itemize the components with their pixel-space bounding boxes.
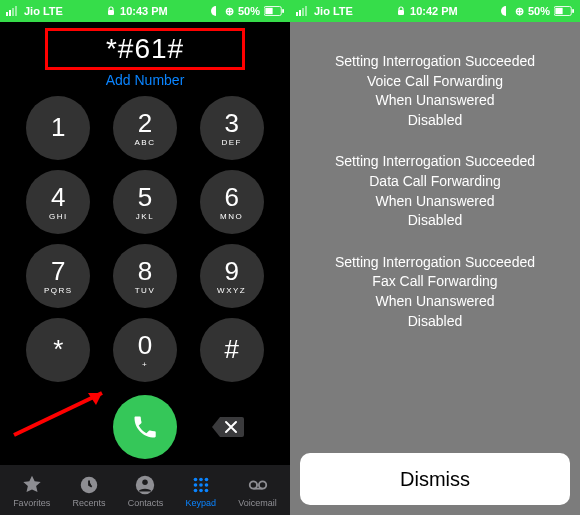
response-screen: Jio LTE 10:42 PM ⊕ 50% Setting Interroga… — [290, 0, 580, 515]
lock-icon — [106, 6, 116, 16]
battery-pct: 50% — [238, 5, 260, 17]
tab-voicemail[interactable]: Voicemail — [238, 474, 277, 508]
response-block: Setting Interrogation Succeeded Fax Call… — [304, 253, 566, 331]
svg-point-16 — [193, 483, 197, 487]
backspace-icon — [210, 415, 244, 439]
battery-icon — [554, 6, 574, 16]
clock-label: 10:42 PM — [410, 5, 458, 17]
key-0[interactable]: 0+ — [113, 318, 177, 382]
svg-rect-6 — [265, 8, 272, 14]
clock-label: 10:43 PM — [120, 5, 168, 17]
key-4[interactable]: 4GHI — [26, 170, 90, 234]
svg-point-12 — [143, 480, 149, 486]
carrier-label: Jio LTE — [24, 5, 63, 17]
key-6[interactable]: 6MNO — [200, 170, 264, 234]
key-7[interactable]: 7PQRS — [26, 244, 90, 308]
svg-rect-31 — [555, 8, 562, 14]
response-text: Setting Interrogation Succeeded Voice Ca… — [290, 22, 580, 515]
svg-point-21 — [204, 489, 208, 493]
keypad-icon — [190, 474, 212, 496]
key-hash[interactable]: # — [200, 318, 264, 382]
svg-point-19 — [193, 489, 197, 493]
svg-rect-2 — [12, 8, 14, 16]
status-bar-right: Jio LTE 10:42 PM ⊕ 50% — [290, 0, 580, 22]
svg-rect-0 — [6, 12, 8, 16]
key-1[interactable]: 1 — [26, 96, 90, 160]
svg-point-20 — [199, 489, 203, 493]
response-block: Setting Interrogation Succeeded Data Cal… — [304, 152, 566, 230]
voicemail-icon — [247, 474, 269, 496]
signal-icon — [296, 6, 310, 16]
tab-recents[interactable]: Recents — [72, 474, 105, 508]
dialer-screen: Jio LTE 10:43 PM ⊕ 50% *#61# Add Number … — [0, 0, 290, 515]
clock-icon — [78, 474, 100, 496]
tab-keypad[interactable]: Keypad — [186, 474, 217, 508]
svg-rect-32 — [572, 9, 574, 13]
dialed-number-highlight: *#61# — [45, 28, 245, 70]
dialed-number: *#61# — [60, 33, 230, 65]
key-2[interactable]: 2ABC — [113, 96, 177, 160]
lock-icon — [396, 6, 406, 16]
alarm-icon: ⊕ — [225, 5, 234, 18]
svg-point-22 — [249, 481, 256, 488]
call-button[interactable] — [113, 395, 177, 459]
response-block: Setting Interrogation Succeeded Voice Ca… — [304, 52, 566, 130]
tab-contacts[interactable]: Contacts — [128, 474, 164, 508]
svg-point-18 — [204, 483, 208, 487]
svg-rect-29 — [398, 10, 404, 15]
battery-icon — [264, 6, 284, 16]
svg-rect-26 — [299, 10, 301, 16]
key-5[interactable]: 5JKL — [113, 170, 177, 234]
signal-icon — [6, 6, 20, 16]
add-number-link[interactable]: Add Number — [10, 72, 280, 88]
status-bar-left: Jio LTE 10:43 PM ⊕ 50% — [0, 0, 290, 22]
svg-point-23 — [258, 481, 265, 488]
carrier-label: Jio LTE — [314, 5, 353, 17]
svg-rect-3 — [15, 6, 17, 16]
tab-favorites[interactable]: Favorites — [13, 474, 50, 508]
svg-point-17 — [199, 483, 203, 487]
key-8[interactable]: 8TUV — [113, 244, 177, 308]
svg-line-8 — [14, 393, 102, 435]
svg-rect-1 — [9, 10, 11, 16]
svg-rect-25 — [296, 12, 298, 16]
svg-rect-4 — [108, 10, 114, 15]
keypad: 1 2ABC 3DEF 4GHI 5JKL 6MNO 7PQRS 8TUV 9W… — [0, 90, 290, 395]
star-icon — [21, 474, 43, 496]
svg-point-13 — [193, 478, 197, 482]
key-9[interactable]: 9WXYZ — [200, 244, 264, 308]
key-3[interactable]: 3DEF — [200, 96, 264, 160]
alarm-icon: ⊕ — [515, 5, 524, 18]
svg-point-14 — [199, 478, 203, 482]
dnd-icon — [211, 6, 221, 16]
person-icon — [134, 474, 156, 496]
phone-icon — [131, 413, 159, 441]
dnd-icon — [501, 6, 511, 16]
svg-rect-27 — [302, 8, 304, 16]
delete-button[interactable] — [207, 413, 247, 441]
dismiss-button[interactable]: Dismiss — [300, 453, 570, 505]
svg-point-15 — [204, 478, 208, 482]
svg-rect-7 — [282, 9, 284, 13]
svg-rect-28 — [305, 6, 307, 16]
key-star[interactable]: * — [26, 318, 90, 382]
battery-pct: 50% — [528, 5, 550, 17]
tab-bar: Favorites Recents Contacts Keypad Voicem… — [0, 465, 290, 515]
svg-marker-9 — [88, 393, 102, 405]
